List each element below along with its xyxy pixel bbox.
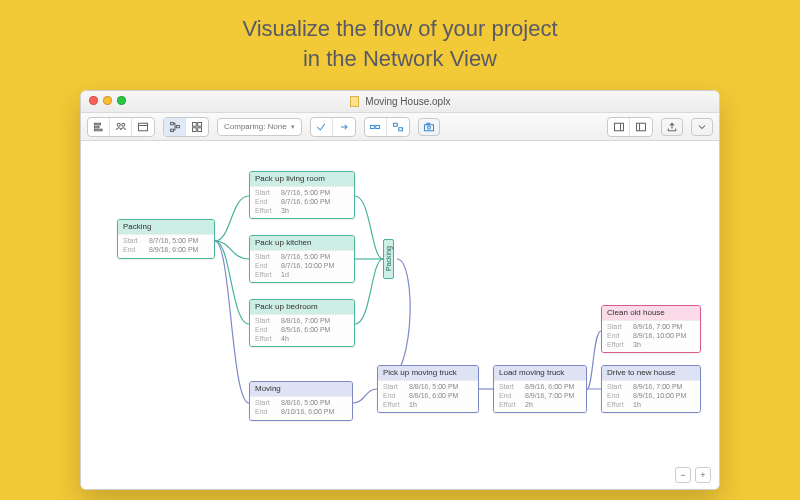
svg-rect-14: [371, 125, 375, 128]
node-body: Start8/8/16, 5:00 PM End8/8/16, 6:00 PM …: [378, 380, 478, 412]
resource-view-button[interactable]: [110, 118, 132, 136]
node-title: Load moving truck: [494, 366, 586, 380]
network-style-group: [163, 117, 209, 137]
document-icon: [350, 96, 359, 107]
end-label: End: [255, 326, 277, 335]
close-icon[interactable]: [89, 96, 98, 105]
view-mode-group: [87, 117, 155, 137]
zoom-icon[interactable]: [117, 96, 126, 105]
effort-label: Effort: [255, 207, 277, 216]
start-label: Start: [255, 317, 277, 326]
node-body: Start8/8/16, 7:00 PM End8/9/16, 6:00 PM …: [250, 314, 354, 346]
node-body: Start8/7/16, 5:00 PM End8/7/16, 6:00 PM …: [250, 186, 354, 218]
gantt-view-button[interactable]: [88, 118, 110, 136]
group-label-packing[interactable]: Packing: [383, 239, 394, 279]
style-view-button[interactable]: [186, 118, 208, 136]
zoom-controls: − +: [675, 467, 711, 483]
node-title: Pack up bedroom: [250, 300, 354, 314]
task-node-kitchen[interactable]: Pack up kitchen Start8/7/16, 5:00 PM End…: [249, 235, 355, 283]
end-value: 8/10/16, 6:00 PM: [281, 408, 334, 417]
calendar-view-button[interactable]: [132, 118, 154, 136]
effort-value: 1d: [281, 271, 289, 280]
svg-rect-7: [170, 122, 173, 124]
reschedule-button[interactable]: [333, 118, 355, 136]
start-label: Start: [383, 383, 405, 392]
end-label: End: [383, 392, 405, 401]
end-value: 8/9/16, 10:00 PM: [633, 392, 686, 401]
node-title: Pack up living room: [250, 172, 354, 186]
end-label: End: [123, 246, 145, 255]
start-value: 8/8/16, 7:00 PM: [281, 317, 330, 326]
snapshot-button[interactable]: [418, 118, 440, 136]
start-value: 8/9/16, 6:00 PM: [525, 383, 574, 392]
svg-rect-20: [426, 123, 429, 125]
end-label: End: [255, 262, 277, 271]
svg-rect-17: [398, 127, 402, 130]
sidebar-toggle-button[interactable]: [630, 118, 652, 136]
start-label: Start: [607, 323, 629, 332]
zoom-in-button[interactable]: +: [695, 467, 711, 483]
task-node-pickup-truck[interactable]: Pick up moving truck Start8/8/16, 5:00 P…: [377, 365, 479, 413]
start-value: 8/9/16, 7:00 PM: [633, 323, 682, 332]
end-label: End: [607, 392, 629, 401]
node-body: Start8/9/16, 7:00 PM End8/9/16, 10:00 PM…: [602, 320, 700, 352]
clear-leveling-button[interactable]: [387, 118, 409, 136]
leveling-group: [364, 117, 410, 137]
end-value: 8/9/16, 6:00 PM: [281, 326, 330, 335]
start-label: Start: [499, 383, 521, 392]
start-value: 8/7/16, 5:00 PM: [149, 237, 198, 246]
more-button[interactable]: [691, 118, 713, 136]
svg-rect-5: [139, 123, 148, 131]
headline-line1: Visualize the flow of your project: [242, 16, 557, 41]
baseline-selector[interactable]: Comparing: None ▾: [217, 118, 302, 136]
task-node-load-truck[interactable]: Load moving truck Start8/9/16, 6:00 PM E…: [493, 365, 587, 413]
node-body: Start8/7/16, 5:00 PM End8/7/16, 10:00 PM…: [250, 250, 354, 282]
inspector-toggle-button[interactable]: [608, 118, 630, 136]
minimize-icon[interactable]: [103, 96, 112, 105]
svg-rect-8: [170, 129, 173, 131]
task-node-bedroom[interactable]: Pack up bedroom Start8/8/16, 7:00 PM End…: [249, 299, 355, 347]
svg-rect-1: [94, 126, 99, 128]
task-node-drive[interactable]: Drive to new house Start8/9/16, 7:00 PM …: [601, 365, 701, 413]
svg-rect-13: [198, 127, 202, 131]
node-title: Packing: [118, 220, 214, 234]
catch-up-button[interactable]: [311, 118, 333, 136]
start-label: Start: [123, 237, 145, 246]
task-node-living-room[interactable]: Pack up living room Start8/7/16, 5:00 PM…: [249, 171, 355, 219]
effort-label: Effort: [255, 271, 277, 280]
window-titlebar[interactable]: Moving House.oplx: [81, 91, 719, 113]
effort-label: Effort: [607, 401, 629, 410]
baseline-label: Comparing: None: [224, 122, 287, 131]
catchup-group: [310, 117, 356, 137]
effort-label: Effort: [255, 335, 277, 344]
zoom-out-button[interactable]: −: [675, 467, 691, 483]
marketing-headline: Visualize the flow of your project in th…: [0, 0, 800, 73]
start-label: Start: [255, 189, 277, 198]
level-button[interactable]: [365, 118, 387, 136]
task-node-moving[interactable]: Moving Start8/8/16, 5:00 PM End8/10/16, …: [249, 381, 353, 421]
svg-rect-15: [376, 125, 380, 128]
node-body: Start8/9/16, 6:00 PM End8/9/16, 7:00 PM …: [494, 380, 586, 412]
node-body: Start8/7/16, 5:00 PM End8/9/16, 6:00 PM: [118, 234, 214, 258]
start-value: 8/7/16, 5:00 PM: [281, 189, 330, 198]
network-view-button[interactable]: [164, 118, 186, 136]
svg-rect-0: [94, 123, 100, 125]
share-button[interactable]: [661, 118, 683, 136]
end-value: 8/7/16, 6:00 PM: [281, 198, 330, 207]
network-canvas[interactable]: Packing Start8/7/16, 5:00 PM End8/9/16, …: [81, 141, 719, 489]
node-body: Start8/8/16, 5:00 PM End8/10/16, 6:00 PM: [250, 396, 352, 420]
effort-value: 1h: [633, 401, 641, 410]
task-node-packing[interactable]: Packing Start8/7/16, 5:00 PM End8/9/16, …: [117, 219, 215, 259]
document-title-text: Moving House.oplx: [365, 96, 450, 107]
start-label: Start: [607, 383, 629, 392]
app-window: Moving House.oplx Comparing: None ▾: [80, 90, 720, 490]
node-body: Start8/9/16, 7:00 PM End8/9/16, 10:00 PM…: [602, 380, 700, 412]
end-value: 8/9/16, 10:00 PM: [633, 332, 686, 341]
svg-rect-18: [424, 124, 433, 130]
svg-point-19: [427, 126, 430, 129]
effort-label: Effort: [607, 341, 629, 350]
effort-value: 2h: [525, 401, 533, 410]
svg-rect-11: [198, 122, 202, 126]
task-node-clean[interactable]: Clean old house Start8/9/16, 7:00 PM End…: [601, 305, 701, 353]
svg-rect-16: [393, 123, 397, 126]
